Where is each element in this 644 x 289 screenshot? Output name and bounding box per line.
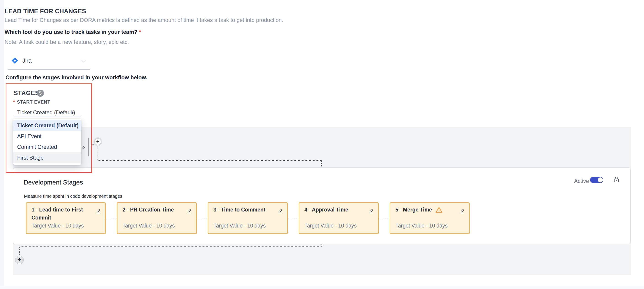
dropdown-option-commit-created[interactable]: Commit Created (13, 142, 81, 152)
active-status-label: Active (574, 178, 589, 184)
stage-card-head: 4 - Approval Time (304, 206, 348, 214)
stage-target-value: Target Value - 10 days (214, 223, 266, 229)
lead-time-config-page: LEAD TIME FOR CHANGES Lead Time for Chan… (0, 0, 644, 289)
development-stages-description: Measure time spent in code development s… (24, 194, 124, 199)
stage-card-2[interactable]: 2 - PR Creation Time Target Value - 10 d… (117, 202, 197, 234)
stage-card-head: 1 - Lead time to First Commit (32, 206, 86, 222)
plus-icon: + (18, 257, 21, 262)
stage-card-4[interactable]: 4 - Approval Time Target Value - 10 days (299, 202, 379, 234)
stage-card-head: 2 - PR Creation Time (122, 206, 174, 214)
lock-icon[interactable] (614, 176, 619, 183)
start-event-select[interactable]: Ticket Created (Default) (13, 107, 81, 117)
stage-card-title: 5 - Merge Time (395, 206, 432, 214)
stage-target-value: Target Value - 10 days (395, 223, 448, 229)
tool-question-text: Which tool do you use to track tasks in … (4, 29, 137, 35)
edit-pencil-icon[interactable] (278, 208, 283, 213)
start-event-value: Ticket Created (Default) (17, 109, 75, 116)
stage-card-title: 4 - Approval Time (304, 206, 348, 214)
task-tool-value: Jira (22, 57, 32, 64)
page-left-gutter (0, 0, 4, 289)
warning-icon (435, 207, 443, 213)
edit-pencil-icon[interactable] (96, 208, 101, 213)
edit-pencil-icon[interactable] (459, 208, 465, 213)
edit-pencil-icon[interactable] (368, 208, 374, 213)
active-toggle[interactable] (590, 177, 603, 183)
plus-icon: + (96, 139, 100, 144)
required-asterisk: * (139, 29, 141, 35)
chevron-down-icon (81, 60, 86, 63)
dropdown-option-api-event[interactable]: API Event (13, 131, 81, 142)
tool-question-note: Note: A task could be a new feature, sto… (4, 39, 129, 45)
dropdown-option-first-stage[interactable]: First Stage (13, 152, 81, 163)
add-stage-button-bottom[interactable]: + (16, 256, 23, 263)
tool-question-label: Which tool do you use to track tasks in … (4, 29, 141, 35)
dropdown-option-ticket-created[interactable]: Ticket Created (Default) (13, 120, 81, 131)
start-event-label: START EVENT (17, 99, 50, 105)
jira-icon (12, 57, 18, 64)
start-event-dropdown-menu: Ticket Created (Default) API Event Commi… (13, 119, 81, 165)
toggle-knob (598, 177, 603, 182)
stage-card-title: 2 - PR Creation Time (122, 206, 174, 214)
stage-target-value: Target Value - 10 days (122, 223, 174, 229)
stage-connector-line (106, 218, 117, 218)
stage-card-title: 1 - Lead time to First Commit (32, 206, 86, 222)
task-tool-select[interactable]: Jira (8, 54, 90, 70)
stage-card-head: 5 - Merge Time (395, 206, 443, 214)
required-asterisk: * (13, 99, 15, 105)
stage-card-title: 3 - Time to Comment (214, 206, 265, 214)
stage-connector-line (197, 218, 208, 218)
stage-connector-line (379, 218, 390, 218)
page-title: LEAD TIME FOR CHANGES (4, 8, 86, 15)
stage-card-5[interactable]: 5 - Merge Time Target Value - 10 days (390, 202, 470, 234)
stage-target-value: Target Value - 10 days (304, 223, 356, 229)
page-footer-band (0, 286, 644, 289)
stages-count-badge: 5 (37, 90, 44, 97)
stage-card-1[interactable]: 1 - Lead time to First Commit Target Val… (26, 202, 106, 234)
stage-card-3[interactable]: 3 - Time to Comment Target Value - 10 da… (208, 202, 288, 234)
edit-pencil-icon[interactable] (186, 208, 192, 213)
stage-card-head: 3 - Time to Comment (214, 206, 265, 214)
configure-stages-label: Configure the stages involved in your wo… (6, 74, 148, 81)
development-stages-panel: Development Stages Measure time spent in… (13, 167, 631, 244)
development-stages-title: Development Stages (24, 179, 83, 186)
stage-target-value: Target Value - 10 days (32, 223, 84, 229)
chevron-up-icon (70, 111, 74, 113)
stage-connector-line (288, 218, 299, 218)
add-stage-button-top[interactable]: + (94, 138, 101, 145)
page-subtitle: Lead Time for Changes as per DORA metric… (4, 17, 283, 23)
stages-panel-title: STAGES (14, 90, 39, 97)
